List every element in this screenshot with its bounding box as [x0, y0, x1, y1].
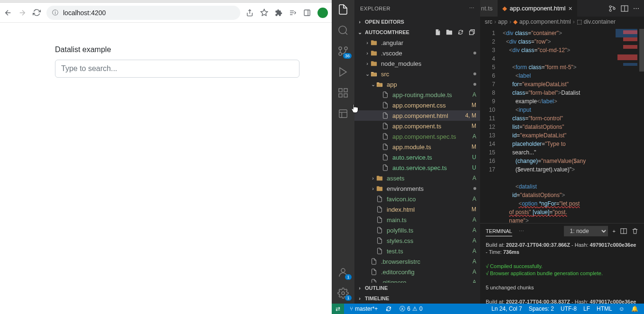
page-heading: Datalist example [55, 45, 277, 54]
editor-tab-active[interactable]: ◆ app.component.html × [498, 0, 577, 17]
new-folder-icon[interactable] [446, 29, 453, 36]
outline-section[interactable]: ›OUTLINE [354, 283, 480, 293]
folder-row[interactable]: ›node_modules [354, 58, 480, 69]
editor-tabs: nt.ts ◆ app.component.html × ⋯ [480, 0, 644, 17]
explorer-sidebar: EXPLORER ⋯ ›OPEN EDITORS ⌄AUTOCOMTHREE ›… [354, 0, 480, 304]
profile-avatar[interactable] [317, 8, 328, 18]
split-editor-icon[interactable] [621, 5, 628, 12]
file-row[interactable]: test.tsA [354, 246, 480, 256]
explorer-more-icon[interactable]: ⋯ [469, 5, 475, 11]
language-mode[interactable]: HTML [595, 305, 614, 312]
terminal-tab[interactable]: TERMINAL [486, 226, 512, 236]
code-editor[interactable]: 1234567891011121314151617 <div class="co… [480, 27, 644, 223]
terminal-select[interactable]: 1: node [564, 226, 608, 236]
file-row[interactable]: auto.service.tsU [354, 152, 480, 162]
file-row[interactable]: app.component.html4, M [354, 110, 480, 121]
terminal-output[interactable]: Build at: 2022-07-17T04:00:37.866Z - Has… [480, 239, 644, 304]
cursor-position[interactable]: Ln 24, Col 7 [490, 305, 524, 312]
panel-more-icon[interactable]: ⋯ [519, 226, 524, 236]
url-text: localhost:4200 [63, 9, 106, 17]
file-row[interactable]: index.htmlM [354, 204, 480, 215]
forward-button[interactable] [18, 9, 27, 17]
collapse-all-icon[interactable] [469, 29, 475, 36]
editor-tab-inactive[interactable]: nt.ts [480, 0, 498, 17]
svg-point-9 [339, 53, 342, 55]
encoding[interactable]: UTF-8 [559, 305, 579, 312]
svg-point-6 [339, 26, 346, 34]
svg-point-8 [345, 47, 347, 50]
kill-terminal-icon[interactable] [632, 228, 638, 234]
open-editors-section[interactable]: ›OPEN EDITORS [354, 17, 480, 27]
bookmark-icon[interactable] [260, 9, 268, 17]
explorer-title: EXPLORER [360, 6, 390, 11]
reading-list-icon[interactable] [289, 9, 297, 17]
file-row[interactable]: polyfills.tsA [354, 225, 480, 235]
svg-rect-21 [470, 31, 473, 35]
folder-row[interactable]: ›assetsA [354, 173, 480, 183]
minimap[interactable] [614, 29, 637, 133]
compare-changes-icon[interactable] [608, 5, 616, 12]
svg-point-20 [342, 292, 345, 295]
file-row[interactable]: styles.cssA [354, 235, 480, 246]
file-row[interactable]: app.component.cssM [354, 100, 480, 110]
remote-indicator[interactable]: ⇄ [332, 304, 344, 314]
indentation[interactable]: Spaces: 2 [527, 305, 556, 312]
site-info-icon[interactable]: ⓘ [52, 9, 58, 17]
settings-badge: 1 [345, 295, 352, 301]
datalist-search-input[interactable] [55, 60, 299, 78]
close-tab-icon[interactable]: × [568, 5, 572, 12]
branch-indicator[interactable]: ⑂ master*+ [348, 305, 380, 312]
share-icon[interactable] [246, 9, 254, 17]
file-row[interactable]: favicon.icoA [354, 194, 480, 204]
file-row[interactable]: .gitignoreA [354, 277, 480, 283]
problems-indicator[interactable]: ⓧ 6 ⚠ 0 [398, 305, 424, 313]
feedback-icon[interactable]: ☺ [617, 305, 626, 312]
file-row[interactable]: .editorconfigA [354, 267, 480, 277]
file-row[interactable]: app.component.tsM [354, 121, 480, 131]
file-row[interactable]: main.tsA [354, 215, 480, 225]
svg-rect-14 [339, 94, 342, 97]
search-icon[interactable] [337, 25, 349, 36]
new-terminal-icon[interactable]: + [613, 228, 616, 234]
folder-row[interactable]: ›.angular [354, 37, 480, 48]
refresh-icon[interactable] [457, 29, 464, 36]
editor-scrollbar[interactable] [637, 27, 644, 223]
scm-badge: 36 [343, 53, 352, 59]
accounts-icon[interactable]: 1 [337, 267, 349, 278]
file-row[interactable]: auto.service.spec.tsU [354, 162, 480, 173]
extensions-icon[interactable] [275, 9, 282, 17]
project-section[interactable]: ⌄AUTOCOMTHREE [354, 27, 480, 37]
settings-gear-icon[interactable]: 1 [337, 287, 349, 299]
svg-point-10 [339, 47, 342, 50]
reload-button[interactable] [32, 9, 41, 17]
side-panel-icon[interactable] [303, 9, 311, 17]
svg-marker-0 [261, 9, 267, 15]
extensions-activity-icon[interactable] [337, 87, 349, 99]
folder-row[interactable]: ›environments [354, 183, 480, 194]
html-file-icon: ◆ [502, 5, 507, 12]
file-row[interactable]: app.component.spec.tsA [354, 131, 480, 142]
sync-indicator[interactable] [383, 305, 394, 312]
back-button[interactable] [4, 9, 12, 17]
editor-more-icon[interactable]: ⋯ [633, 5, 639, 12]
notifications-icon[interactable]: 🔔 [629, 305, 640, 312]
new-file-icon[interactable] [435, 29, 441, 36]
run-debug-icon[interactable] [337, 66, 349, 78]
folder-row[interactable]: ⌄src [354, 69, 480, 79]
layout-panel-icon[interactable] [337, 108, 349, 119]
timeline-section[interactable]: ›TIMELINE [354, 293, 480, 304]
source-control-icon[interactable]: 36 [337, 45, 349, 57]
svg-line-7 [345, 33, 347, 35]
split-terminal-icon[interactable] [620, 228, 627, 234]
eol[interactable]: LF [581, 305, 592, 312]
explorer-icon[interactable] [337, 4, 349, 15]
file-row[interactable]: .browserslistrcA [354, 256, 480, 267]
file-row[interactable]: app.module.tsM [354, 142, 480, 152]
folder-row[interactable]: ⌄app [354, 79, 480, 90]
svg-point-19 [341, 269, 345, 272]
breadcrumb[interactable]: src› app› ◆app.component.html› ⬚ div.con… [480, 17, 644, 27]
file-row[interactable]: app-routing.module.tsA [354, 90, 480, 100]
folder-row[interactable]: ›.vscode [354, 48, 480, 58]
page-content: Datalist example [0, 23, 332, 314]
address-bar[interactable]: ⓘ localhost:4200 [46, 6, 240, 20]
